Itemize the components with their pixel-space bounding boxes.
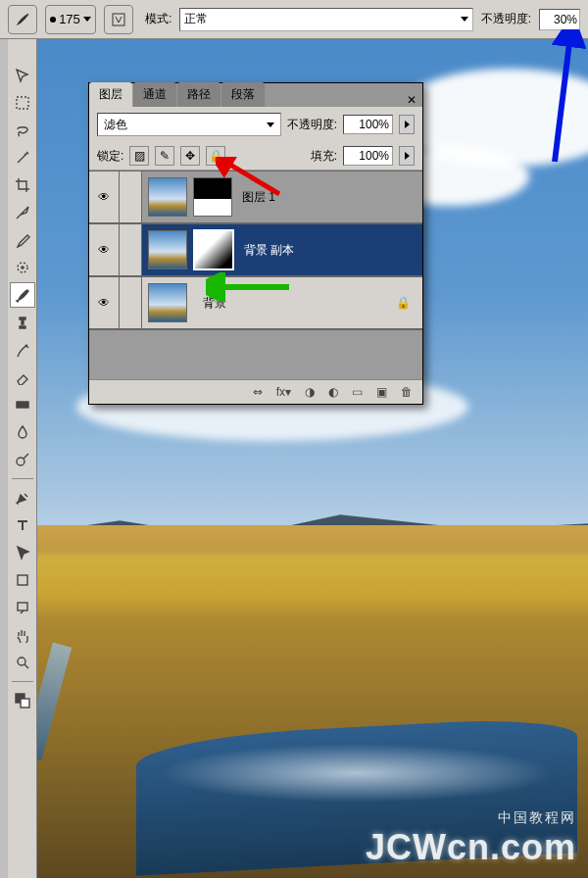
blend-mode-value: 正常 <box>184 11 208 27</box>
tool-pen[interactable] <box>10 485 35 511</box>
tool-type[interactable] <box>10 512 35 538</box>
mode-label: 模式: <box>145 11 172 27</box>
fill-label: 填充: <box>311 148 337 165</box>
layers-panel: 图层 通道 路径 段落 ✕ 滤色 不透明度: 100% 锁定: ▨ ✎ ✥ 🔒 … <box>88 82 423 405</box>
lock-pixels-icon[interactable]: ✎ <box>155 146 174 166</box>
link-cell[interactable] <box>120 224 142 275</box>
tool-gradient[interactable] <box>10 392 35 417</box>
layer-style-icon[interactable]: fx▾ <box>276 385 291 399</box>
layer-mask-thumbnail[interactable] <box>193 229 234 270</box>
tool-marquee[interactable] <box>10 90 35 116</box>
svg-rect-9 <box>21 699 29 707</box>
new-group-icon[interactable]: ▭ <box>352 385 363 399</box>
layer-name: 背景 <box>203 295 226 312</box>
tool-stamp[interactable] <box>10 310 35 335</box>
panel-close-icon[interactable]: ✕ <box>407 93 416 107</box>
layer-opacity-flyout[interactable] <box>399 115 415 134</box>
tool-blur[interactable] <box>10 419 35 445</box>
lock-all-icon[interactable]: 🔒 <box>206 146 225 166</box>
photo-lake-reflection <box>159 744 556 803</box>
tool-crop[interactable] <box>10 172 35 198</box>
svg-point-7 <box>18 658 25 665</box>
lock-label: 锁定: <box>97 148 123 165</box>
tool-eyedropper[interactable] <box>10 227 35 253</box>
photo-treeline <box>37 551 588 619</box>
tab-paths[interactable]: 路径 <box>177 82 220 107</box>
layer-name: 图层 1 <box>242 189 275 206</box>
adjustment-layer-icon[interactable]: ◐ <box>328 385 338 399</box>
visibility-toggle[interactable]: 👁 <box>89 224 120 275</box>
layer-thumbnail[interactable] <box>148 283 187 322</box>
visibility-toggle[interactable]: 👁 <box>89 171 120 222</box>
layer-row[interactable]: 👁 背景 副本 <box>89 223 422 276</box>
delete-layer-icon[interactable]: 🗑 <box>401 385 413 399</box>
tool-hand[interactable] <box>10 622 35 648</box>
link-layers-icon[interactable]: ⇔ <box>253 385 263 399</box>
tool-notes[interactable] <box>10 595 35 620</box>
layer-thumbnail[interactable] <box>148 177 187 217</box>
layer-mask-thumbnail[interactable] <box>193 177 232 217</box>
blend-mode-select[interactable]: 正常 <box>179 8 472 31</box>
new-layer-icon[interactable]: ▣ <box>376 385 387 399</box>
link-cell[interactable] <box>120 277 142 328</box>
add-mask-icon[interactable]: ◑ <box>305 385 315 399</box>
opacity-input[interactable]: 30% <box>539 9 580 30</box>
layers-bottom-bar: ⇔ fx▾ ◑ ◐ ▭ ▣ 🗑 <box>89 379 422 404</box>
lock-transparency-icon[interactable]: ▨ <box>129 146 149 166</box>
tool-wand[interactable] <box>10 145 35 171</box>
layers-list: 👁 图层 1 👁 背景 副本 👁 背景 🔒 <box>89 171 422 379</box>
layer-row[interactable]: 👁 背景 🔒 <box>89 276 422 329</box>
link-cell[interactable] <box>120 171 142 222</box>
tool-move[interactable] <box>10 63 35 88</box>
brush-panel-toggle-icon[interactable] <box>104 5 133 34</box>
svg-rect-1 <box>17 97 28 109</box>
tab-layers[interactable]: 图层 <box>89 82 132 107</box>
tool-slice[interactable] <box>10 200 35 225</box>
tool-lasso[interactable] <box>10 118 35 143</box>
color-swatch-fg-bg[interactable] <box>10 688 35 713</box>
fill-input[interactable]: 100% <box>343 146 393 166</box>
layer-opacity-input[interactable]: 100% <box>343 115 393 134</box>
svg-rect-6 <box>18 603 27 610</box>
tool-heal[interactable] <box>10 255 35 280</box>
options-bar: 175 模式: 正常 不透明度: 30% <box>0 0 588 39</box>
opacity-label: 不透明度: <box>481 11 531 27</box>
brush-size-value: 175 <box>59 12 80 26</box>
layer-blend-mode-select[interactable]: 滤色 <box>97 113 281 136</box>
tool-brush[interactable] <box>10 282 35 308</box>
layer-thumbnail[interactable] <box>148 230 187 269</box>
lock-icon: 🔒 <box>396 296 411 310</box>
tool-eraser[interactable] <box>10 365 35 390</box>
tools-toolbar <box>8 39 37 878</box>
panel-tab-strip: 图层 通道 路径 段落 ✕ <box>89 83 422 107</box>
svg-rect-0 <box>113 14 124 25</box>
layer-name: 背景 副本 <box>244 242 294 259</box>
tool-history-brush[interactable] <box>10 337 35 363</box>
tool-path-select[interactable] <box>10 540 35 565</box>
tab-channels[interactable]: 通道 <box>133 82 176 107</box>
tool-zoom[interactable] <box>10 650 35 675</box>
brush-preset-picker[interactable]: 175 <box>45 5 96 34</box>
tab-paragraph[interactable]: 段落 <box>221 82 265 107</box>
svg-rect-5 <box>18 575 27 585</box>
watermark: 中国教程网 JCWcn.com <box>366 809 576 868</box>
visibility-toggle[interactable]: 👁 <box>89 277 120 328</box>
fill-flyout[interactable] <box>399 146 415 166</box>
tool-indicator-brush[interactable] <box>8 5 37 34</box>
tool-shape[interactable] <box>10 567 35 593</box>
lock-position-icon[interactable]: ✥ <box>180 146 200 166</box>
svg-point-4 <box>17 458 24 465</box>
layer-row[interactable]: 👁 图层 1 <box>89 171 422 223</box>
layer-opacity-label: 不透明度: <box>287 117 337 133</box>
svg-rect-3 <box>17 402 28 408</box>
tool-dodge[interactable] <box>10 447 35 472</box>
